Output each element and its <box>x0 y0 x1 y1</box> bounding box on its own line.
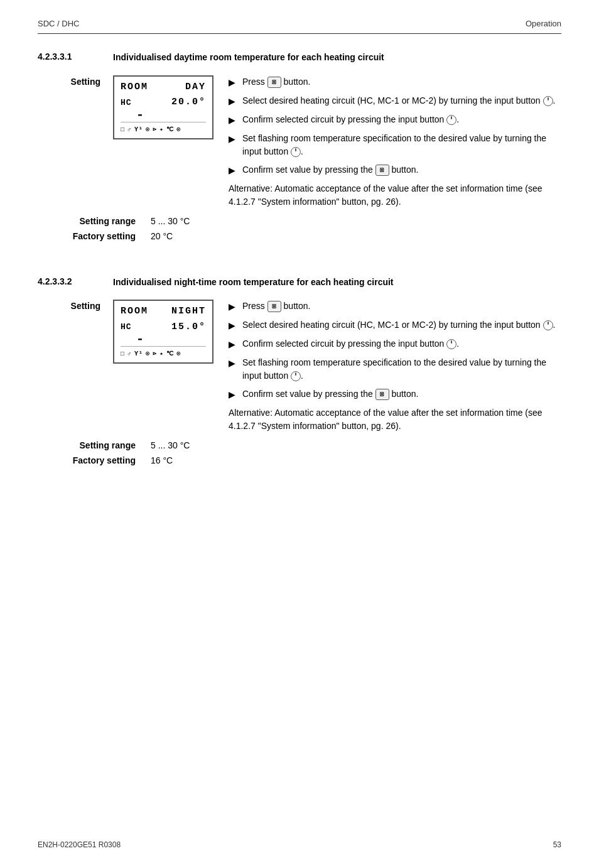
alternative-text: Alternative: Automatic acceptance of the… <box>229 182 561 209</box>
page-header: SDC / DHC Operation <box>38 19 561 28</box>
button-icon: ⊠ <box>267 77 281 88</box>
display-icon: ℃ <box>166 349 174 359</box>
setting-inner: ROOMNIGHTHC15.0°▬□♂Y¹⊙⊳✦℃⊙▶Press ⊠ butto… <box>113 300 561 433</box>
bullets-wrap: ▶Press ⊠ button.▶Select desired heating … <box>229 75 561 209</box>
bullet-list: ▶Press ⊠ button.▶Select desired heating … <box>229 300 561 401</box>
display-mid-row: HC20.0° <box>121 94 206 110</box>
knob-icon <box>543 96 553 106</box>
display-cursor: ▬ <box>121 110 206 119</box>
bullet-item: ▶Confirm set value by pressing the ⊠ but… <box>229 163 561 177</box>
display-top-row: ROOMNIGHT <box>121 305 206 319</box>
button-icon: ⊠ <box>267 301 281 312</box>
display-icon: ♂ <box>127 349 132 359</box>
display-icon: ✦ <box>159 125 164 134</box>
display-mid-right: 15.0° <box>171 320 206 335</box>
bullets-wrap: ▶Press ⊠ button.▶Select desired heating … <box>229 300 561 433</box>
setting-row: SettingROOMDAYHC20.0°▬□♂Y¹⊙⊳✦℃⊙▶Press ⊠ … <box>38 75 561 209</box>
bullet-arrow-icon: ▶ <box>229 75 237 89</box>
setting-label: Setting <box>38 300 113 311</box>
setting-range-value: 5 ... 30 °C <box>151 216 190 226</box>
bullet-arrow-icon: ▶ <box>229 388 237 401</box>
display-icon: ⊳ <box>153 349 157 359</box>
display-top-right: DAY <box>185 80 206 95</box>
display-icon: ✦ <box>159 349 164 359</box>
bullet-item: ▶Select desired heating circuit (HC, MC-… <box>229 318 561 332</box>
knob-icon <box>446 339 456 349</box>
bullet-arrow-icon: ▶ <box>229 113 237 127</box>
section-number: 4.2.3.3.2 <box>38 276 113 286</box>
bullet-item: ▶Confirm selected circuit by pressing th… <box>229 337 561 351</box>
bullet-text: Select desired heating circuit (HC, MC-1… <box>242 94 555 107</box>
bullet-text: Select desired heating circuit (HC, MC-1… <box>242 318 555 332</box>
display-icon: Y¹ <box>134 349 143 359</box>
page-container: SDC / DHC Operation 4.2.3.3.1Individuali… <box>0 0 599 868</box>
display-top-row: ROOMDAY <box>121 80 206 95</box>
display-wrap: ROOMDAYHC20.0°▬□♂Y¹⊙⊳✦℃⊙ <box>113 75 213 139</box>
display-top-left: ROOM <box>121 305 148 319</box>
sections-container: 4.2.3.3.1Individualised daytime room tem… <box>38 52 561 465</box>
display-top-right: NIGHT <box>171 305 206 319</box>
bullet-text: Set flashing room temperature specificat… <box>242 356 561 382</box>
knob-icon <box>446 115 456 125</box>
display-icon: ⊙ <box>176 125 181 134</box>
display-bot-row: □♂Y¹⊙⊳✦℃⊙ <box>121 122 206 134</box>
section-number: 4.2.3.3.1 <box>38 52 113 62</box>
display-top-left: ROOM <box>121 80 148 95</box>
factory-setting-label: Factory setting <box>38 231 151 241</box>
setting-range-label: Setting range <box>38 440 151 450</box>
bullet-item: ▶Press ⊠ button. <box>229 75 561 89</box>
setting-label: Setting <box>38 75 113 87</box>
bullet-item: ▶Select desired heating circuit (HC, MC-… <box>229 94 561 108</box>
bullet-text: Press ⊠ button. <box>242 300 310 313</box>
setting-row: SettingROOMNIGHTHC15.0°▬□♂Y¹⊙⊳✦℃⊙▶Press … <box>38 300 561 433</box>
bullet-arrow-icon: ▶ <box>229 94 237 108</box>
bullet-text: Confirm selected circuit by pressing the… <box>242 337 459 350</box>
bullet-arrow-icon: ▶ <box>229 132 237 146</box>
knob-icon <box>291 147 301 157</box>
alternative-text: Alternative: Automatic acceptance of the… <box>229 406 561 433</box>
setting-range-row: Setting range5 ... 30 °C <box>38 216 561 226</box>
section-divider <box>38 261 561 276</box>
knob-icon <box>291 371 301 381</box>
display-icon: ⊙ <box>146 125 150 134</box>
display-icon: □ <box>121 125 125 134</box>
factory-setting-row: Factory setting20 °C <box>38 231 561 241</box>
display-mid-right: 20.0° <box>171 95 206 110</box>
display-icon: ⊙ <box>146 349 150 359</box>
setting-range-value: 5 ... 30 °C <box>151 440 190 450</box>
header-divider <box>38 33 561 34</box>
display-mid-row: HC15.0° <box>121 319 206 335</box>
bullet-item: ▶Confirm selected circuit by pressing th… <box>229 113 561 127</box>
section-title: Individualised night-time room temperatu… <box>113 276 394 289</box>
page-footer: EN2H-0220GE51 R0308 53 <box>38 840 561 849</box>
button-icon: ⊠ <box>375 389 389 400</box>
display-mid-left: HC <box>121 97 132 109</box>
factory-setting-value: 20 °C <box>151 231 173 241</box>
bullet-arrow-icon: ▶ <box>229 163 237 177</box>
section-4231: 4.2.3.3.1Individualised daytime room tem… <box>38 52 561 241</box>
footer-right: 53 <box>553 840 561 849</box>
bullet-item: ▶Set flashing room temperature specifica… <box>229 356 561 382</box>
factory-setting-label: Factory setting <box>38 455 151 465</box>
bullet-text: Confirm selected circuit by pressing the… <box>242 113 459 126</box>
setting-content: ROOMNIGHTHC15.0°▬□♂Y¹⊙⊳✦℃⊙▶Press ⊠ butto… <box>113 300 561 433</box>
section-title-row: 4.2.3.3.1Individualised daytime room tem… <box>38 52 561 64</box>
bullet-text: Confirm set value by pressing the ⊠ butt… <box>242 163 418 176</box>
section-4232: 4.2.3.3.2Individualised night-time room … <box>38 276 561 466</box>
factory-setting-value: 16 °C <box>151 455 173 465</box>
display-icon: ℃ <box>166 125 174 134</box>
setting-range-label: Setting range <box>38 216 151 226</box>
bullet-item: ▶Press ⊠ button. <box>229 300 561 313</box>
bullet-arrow-icon: ▶ <box>229 337 237 351</box>
display-panel-4231: ROOMDAYHC20.0°▬□♂Y¹⊙⊳✦℃⊙ <box>113 75 213 139</box>
bullet-arrow-icon: ▶ <box>229 356 237 370</box>
factory-setting-row: Factory setting16 °C <box>38 455 561 465</box>
display-panel-4232: ROOMNIGHTHC15.0°▬□♂Y¹⊙⊳✦℃⊙ <box>113 300 213 364</box>
knob-icon <box>543 320 553 330</box>
bullet-text: Set flashing room temperature specificat… <box>242 132 561 158</box>
section-title: Individualised daytime room temperature … <box>113 52 384 64</box>
bullet-text: Press ⊠ button. <box>242 75 310 89</box>
section-title-row: 4.2.3.3.2Individualised night-time room … <box>38 276 561 289</box>
bullet-list: ▶Press ⊠ button.▶Select desired heating … <box>229 75 561 177</box>
bullet-arrow-icon: ▶ <box>229 318 237 332</box>
